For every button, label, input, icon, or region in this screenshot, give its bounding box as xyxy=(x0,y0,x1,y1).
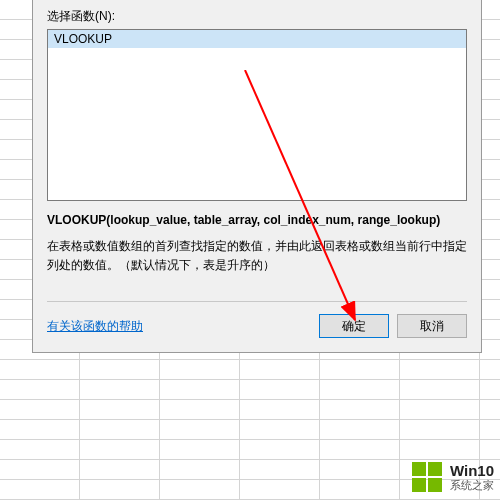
function-signature: VLOOKUP(lookup_value, table_array, col_i… xyxy=(47,211,467,229)
divider xyxy=(47,301,467,302)
cancel-button[interactable]: 取消 xyxy=(397,314,467,338)
function-description: 在表格或数值数组的首列查找指定的数值，并由此返回表格或数组当前行中指定列处的数值… xyxy=(47,237,467,275)
watermark-subtitle: 系统之家 xyxy=(450,479,494,491)
watermark-logo-icon xyxy=(410,460,444,494)
function-list-item[interactable]: VLOOKUP xyxy=(48,30,466,48)
help-link[interactable]: 有关该函数的帮助 xyxy=(47,318,143,335)
insert-function-dialog: 选择函数(N): VLOOKUP VLOOKUP(lookup_value, t… xyxy=(32,0,482,353)
ok-button[interactable]: 确定 xyxy=(319,314,389,338)
watermark-title: Win10 xyxy=(450,463,494,480)
function-list[interactable]: VLOOKUP xyxy=(47,29,467,201)
select-function-label: 选择函数(N): xyxy=(47,8,467,25)
watermark: Win10 系统之家 xyxy=(410,460,494,494)
